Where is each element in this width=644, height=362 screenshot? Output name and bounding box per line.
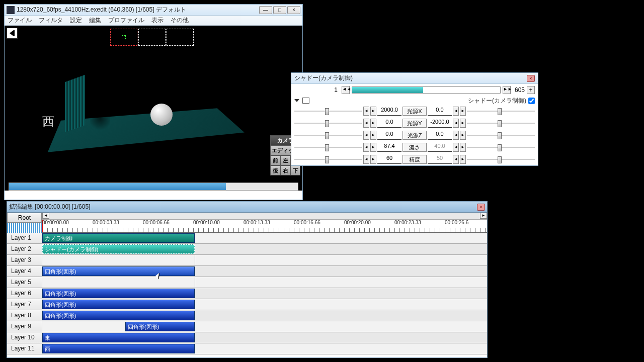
spin-left-inc[interactable]: ►: [370, 119, 376, 128]
spin-right-inc[interactable]: ►: [460, 131, 466, 140]
preview-hscroll[interactable]: [9, 183, 298, 191]
timeline-hscroll[interactable]: ◄ ►: [42, 213, 487, 220]
param-value-right[interactable]: -2000.0: [428, 119, 452, 128]
clip[interactable]: シャドー(カメラ制御): [42, 244, 195, 254]
param-value-left[interactable]: 0.0: [377, 119, 401, 128]
frame-add-button[interactable]: +: [527, 86, 535, 94]
menu-item[interactable]: プロファイル: [108, 16, 144, 25]
clip[interactable]: カメラ制御: [42, 233, 195, 243]
dialog-titlebar[interactable]: シャドー(カメラ制御) ×: [291, 73, 538, 84]
menu-item[interactable]: 表示: [151, 16, 164, 25]
param-slider-right[interactable]: [467, 119, 535, 127]
frame-track[interactable]: [352, 86, 501, 94]
track[interactable]: 四角形(図形): [42, 310, 487, 321]
timeline-close-button[interactable]: ×: [477, 204, 485, 211]
clip[interactable]: 東: [42, 333, 195, 342]
menu-item[interactable]: 編集: [89, 16, 101, 25]
root-button[interactable]: Root: [7, 213, 42, 223]
track[interactable]: [42, 277, 487, 288]
nav-right[interactable]: 右: [280, 165, 290, 175]
frame-next-button[interactable]: ►►: [503, 86, 511, 94]
spin-right-inc[interactable]: ►: [460, 143, 466, 152]
param-value-left[interactable]: 60: [377, 155, 401, 164]
nav-left[interactable]: 左: [280, 155, 290, 165]
maximize-button[interactable]: □: [273, 6, 286, 14]
layer-label[interactable]: Layer 11: [7, 343, 42, 354]
layer-label[interactable]: Layer 3: [7, 255, 42, 266]
param-value-right[interactable]: 0.0: [428, 107, 452, 116]
close-button[interactable]: ×: [287, 6, 300, 14]
track[interactable]: 四角形(図形): [42, 288, 487, 299]
spin-right-dec[interactable]: ◄: [453, 143, 459, 152]
param-label[interactable]: 光源Y: [403, 119, 427, 128]
spin-left-inc[interactable]: ►: [370, 131, 376, 140]
param-slider-left[interactable]: [294, 143, 362, 151]
nav-back[interactable]: 後: [270, 165, 280, 175]
layer-label[interactable]: Layer 5: [7, 277, 42, 288]
param-label[interactable]: 光源X: [403, 107, 427, 116]
layer-label[interactable]: Layer 8: [7, 310, 42, 321]
param-label[interactable]: 光源Z: [403, 131, 427, 140]
section-enable-checkbox[interactable]: [528, 98, 535, 104]
main-titlebar[interactable]: 1280x720_60fps_44100Hz.exedit (640,360) …: [5, 5, 302, 16]
timeline-titlebar[interactable]: 拡張編集 [00:00:00.00] [1/605] ×: [7, 202, 487, 213]
param-slider-right[interactable]: [467, 143, 535, 151]
hscroll-left-button[interactable]: ◄: [42, 213, 49, 219]
track[interactable]: 四角形(図形): [42, 299, 487, 310]
spin-left-dec[interactable]: ◄: [363, 131, 369, 140]
layer-label[interactable]: Layer 6: [7, 288, 42, 299]
spin-left-inc[interactable]: ►: [370, 143, 376, 152]
param-slider-right[interactable]: [467, 107, 535, 115]
layer-label[interactable]: Layer 4: [7, 266, 42, 277]
param-slider-right[interactable]: [467, 131, 535, 139]
link-icon[interactable]: [302, 98, 309, 104]
hscroll-right-button[interactable]: ►: [480, 213, 487, 219]
track[interactable]: 東: [42, 332, 487, 343]
menu-item[interactable]: 設定: [70, 16, 82, 25]
menu-item[interactable]: ファイル: [8, 16, 32, 25]
selection-box-3[interactable]: [167, 29, 194, 46]
clip[interactable]: 四角形(図形): [42, 266, 195, 276]
param-value-right[interactable]: 50: [428, 155, 452, 164]
preview-canvas[interactable]: 西 東 カメラ エディット 前 左 上 後 右 下: [5, 26, 302, 191]
clip[interactable]: 四角形(図形): [42, 289, 195, 298]
selection-box-1[interactable]: [110, 29, 137, 46]
layer-label[interactable]: Layer 9: [7, 321, 42, 332]
frame-prev-button[interactable]: ◄◄: [342, 86, 350, 94]
spin-left-dec[interactable]: ◄: [363, 155, 369, 164]
spin-right-dec[interactable]: ◄: [453, 107, 459, 116]
param-value-left[interactable]: 0.0: [377, 131, 401, 140]
spin-left-dec[interactable]: ◄: [363, 143, 369, 152]
rewind-button[interactable]: [7, 28, 18, 39]
track[interactable]: 四角形(図形): [42, 321, 487, 332]
time-ruler[interactable]: 00:00:00.0000:00:03.3300:00:06.6600:00:1…: [42, 220, 487, 233]
nav-front[interactable]: 前: [270, 155, 280, 165]
clip[interactable]: 西: [42, 344, 195, 353]
spin-left-dec[interactable]: ◄: [363, 119, 369, 128]
track[interactable]: シャドー(カメラ制御): [42, 244, 487, 255]
clip[interactable]: 四角形(図形): [42, 300, 195, 309]
param-slider-right[interactable]: [467, 155, 535, 163]
dialog-close-button[interactable]: ×: [527, 75, 535, 82]
nav-down[interactable]: 下: [290, 165, 300, 175]
param-value-right[interactable]: 40.0: [428, 143, 452, 152]
clip[interactable]: 四角形(図形): [125, 322, 195, 331]
minimize-button[interactable]: —: [259, 6, 272, 14]
param-value-left[interactable]: 2000.0: [377, 107, 401, 116]
spin-right-inc[interactable]: ►: [460, 119, 466, 128]
spin-left-dec[interactable]: ◄: [363, 107, 369, 116]
zoom-indicator[interactable]: [7, 223, 42, 233]
spin-right-inc[interactable]: ►: [460, 107, 466, 116]
param-slider-left[interactable]: [294, 119, 362, 127]
layer-label[interactable]: Layer 10: [7, 332, 42, 343]
clip[interactable]: 四角形(図形): [42, 311, 195, 320]
spin-right-dec[interactable]: ◄: [453, 119, 459, 128]
spin-left-inc[interactable]: ►: [370, 107, 376, 116]
spin-right-dec[interactable]: ◄: [453, 155, 459, 164]
param-slider-left[interactable]: [294, 107, 362, 115]
layer-label[interactable]: Layer 2: [7, 244, 42, 255]
menu-item[interactable]: その他: [171, 16, 189, 25]
param-value-left[interactable]: 87.4: [377, 143, 401, 152]
param-label[interactable]: 精度: [403, 155, 427, 164]
menu-item[interactable]: フィルタ: [39, 16, 63, 25]
